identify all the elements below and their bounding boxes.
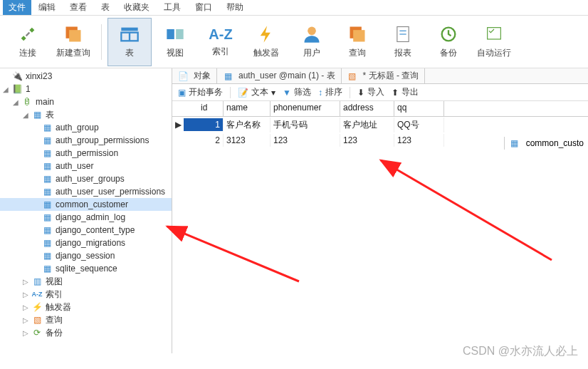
ribbon-trigger-label: 触发器 xyxy=(253,47,279,59)
cell-id[interactable]: 1 xyxy=(184,118,224,131)
tree-tables-folder[interactable]: ◢▦ 表 xyxy=(0,108,172,121)
tree-table-auth_user_user_permissions[interactable]: ▦auth_user_user_permissions xyxy=(0,185,172,198)
tab-object[interactable]: 📄 对象 xyxy=(172,68,217,83)
view-icon xyxy=(165,24,185,44)
cell-phone[interactable]: 手机号码 xyxy=(271,118,340,132)
tree-connection[interactable]: 🔌 xinxi23 xyxy=(0,70,172,83)
menu-favorites[interactable]: 收藏夹 xyxy=(117,0,157,15)
tree-query-label: 查询 xyxy=(46,314,63,326)
svg-rect-6 xyxy=(176,29,183,39)
menu-tools[interactable]: 工具 xyxy=(157,0,188,15)
tree-triggers[interactable]: ▷⚡ 触发器 xyxy=(0,301,172,313)
menu-table[interactable]: 表 xyxy=(94,0,117,15)
tree-table-django_admin_log[interactable]: ▦django_admin_log xyxy=(0,211,172,224)
btn-import[interactable]: ⬇ 导入 xyxy=(357,86,384,98)
ribbon-user-label: 用户 xyxy=(303,47,320,59)
table-icon: ▦ xyxy=(41,264,53,274)
menu-window[interactable]: 窗口 xyxy=(188,0,219,15)
cell-address[interactable]: 客户地址 xyxy=(340,118,394,132)
ribbon-newquery[interactable]: 新建查询 xyxy=(51,18,95,66)
btn-sort[interactable]: ↕ 排序 xyxy=(318,86,342,98)
menu-file[interactable]: 文件 xyxy=(3,0,31,15)
cell-name[interactable]: 客户名称 xyxy=(224,118,271,132)
data-toolbar: ▣ 开始事务 📝 文本 ▾ ▼ 筛选 ↕ 排序 ⬇ 导入 xyxy=(172,84,588,101)
tree-table-common_customer[interactable]: ▦common_customer xyxy=(0,198,172,211)
tree-views[interactable]: ▷▥ 视图 xyxy=(0,275,172,288)
ribbon-autorun[interactable]: 自动运行 xyxy=(472,18,516,66)
tree-schema[interactable]: ◢🛢 main xyxy=(0,95,172,108)
cell-id[interactable]: 2 xyxy=(184,134,224,147)
tab-auth-user[interactable]: ▦ auth_user @main (1) - 表 xyxy=(217,68,342,83)
ribbon-index[interactable]: A-Z 索引 xyxy=(199,18,243,66)
play-icon: ▣ xyxy=(178,88,186,98)
db-icon: 📗 xyxy=(11,84,23,94)
ribbon-newquery-label: 新建查询 xyxy=(56,47,90,59)
col-phone[interactable]: phonenumer xyxy=(271,101,340,116)
btn-text[interactable]: 📝 文本 ▾ xyxy=(238,86,275,98)
menu-edit[interactable]: 编辑 xyxy=(31,0,63,15)
tree-table-django_migrations[interactable]: ▦django_migrations xyxy=(0,237,172,249)
ribbon-table-label: 表 xyxy=(125,47,134,59)
ribbon-report[interactable]: 报表 xyxy=(381,18,425,66)
doc-tabs: 📄 对象 ▦ auth_user @main (1) - 表 ▧ * 无标题 -… xyxy=(172,68,588,84)
cell-qq[interactable]: 123 xyxy=(394,134,444,147)
index-icon: A-Z xyxy=(31,291,43,298)
svg-rect-5 xyxy=(167,29,174,39)
tree-db[interactable]: ◢📗 1 xyxy=(0,83,172,95)
tree-indexes[interactable]: ▷A-Z 索引 xyxy=(0,288,172,301)
ribbon-user[interactable]: 用户 xyxy=(290,18,334,66)
grid-header: id name phonenumer address qq xyxy=(172,101,588,117)
cell-name[interactable]: 3123 xyxy=(224,134,271,147)
ribbon-view[interactable]: 视图 xyxy=(153,18,197,66)
menu-view[interactable]: 查看 xyxy=(63,0,94,15)
tree-table-auth_group[interactable]: ▦auth_group xyxy=(0,121,172,134)
ribbon-table[interactable]: 表 xyxy=(107,18,152,66)
export-icon: ⬆ xyxy=(392,88,399,98)
svg-rect-2 xyxy=(121,28,137,31)
btn-filter[interactable]: ▼ 筛选 xyxy=(283,86,311,98)
tree-table-django_content_type[interactable]: ▦django_content_type xyxy=(0,224,172,237)
btn-sort-label: 排序 xyxy=(325,86,342,98)
tree-table-auth_user[interactable]: ▦auth_user xyxy=(0,160,172,172)
col-name[interactable]: name xyxy=(224,101,271,116)
connection-icon: 🔌 xyxy=(11,71,23,81)
ribbon-query[interactable]: 查询 xyxy=(335,18,379,66)
tree-queries[interactable]: ▷▧ 查询 xyxy=(0,313,172,326)
newquery-icon xyxy=(63,24,83,44)
btn-export[interactable]: ⬆ 导出 xyxy=(392,86,419,98)
table-row[interactable]: 23123123123123 xyxy=(172,132,588,148)
tree-table-label: sqlite_sequence xyxy=(56,264,117,274)
col-address[interactable]: address xyxy=(340,101,394,116)
table-row[interactable]: ▶1客户名称手机号码客户地址QQ号 xyxy=(172,117,588,132)
menubar: 文件 编辑 查看 表 收藏夹 工具 窗口 帮助 xyxy=(0,0,588,16)
tree-tables-label: 表 xyxy=(46,109,54,121)
tree-table-label: django_migrations xyxy=(56,238,125,248)
svg-point-7 xyxy=(308,27,316,36)
tree-views-label: 视图 xyxy=(46,276,63,288)
tree-backups[interactable]: ▷⟳ 备份 xyxy=(0,326,172,339)
tree-table-label: auth_group_permissions xyxy=(56,135,149,145)
user-icon xyxy=(302,24,322,44)
az-icon: A-Z xyxy=(209,26,232,43)
table-icon: ▦ xyxy=(41,199,53,209)
tree-table-sqlite_sequence[interactable]: ▦sqlite_sequence xyxy=(0,262,172,275)
menu-help[interactable]: 帮助 xyxy=(219,0,251,15)
table-icon: ▦ xyxy=(41,148,53,158)
cell-phone[interactable]: 123 xyxy=(271,134,340,147)
tab-untitled[interactable]: ▧ * 无标题 - 查询 xyxy=(342,68,426,83)
btn-begin-transaction[interactable]: ▣ 开始事务 xyxy=(178,86,223,98)
cell-qq[interactable]: QQ号 xyxy=(394,118,444,132)
tree-table-auth_group_permissions[interactable]: ▦auth_group_permissions xyxy=(0,134,172,147)
tree-backup-label: 备份 xyxy=(46,327,63,339)
ribbon: 连接 新建查询 表 视图 A-Z 索引 触发器 用户 查询 报表 备份 自动运行 xyxy=(0,16,588,68)
col-id[interactable]: id xyxy=(184,101,224,116)
tree-table-django_session[interactable]: ▦django_session xyxy=(0,249,172,262)
cell-address[interactable]: 123 xyxy=(340,134,394,147)
ribbon-connect[interactable]: 连接 xyxy=(6,18,50,66)
ribbon-backup[interactable]: 备份 xyxy=(426,18,471,66)
row-marker: ▶ xyxy=(172,120,184,130)
tree-table-auth_user_groups[interactable]: ▦auth_user_groups xyxy=(0,172,172,185)
tree-table-auth_permission[interactable]: ▦auth_permission xyxy=(0,147,172,160)
col-qq[interactable]: qq xyxy=(394,101,444,116)
ribbon-trigger[interactable]: 触发器 xyxy=(244,18,288,66)
